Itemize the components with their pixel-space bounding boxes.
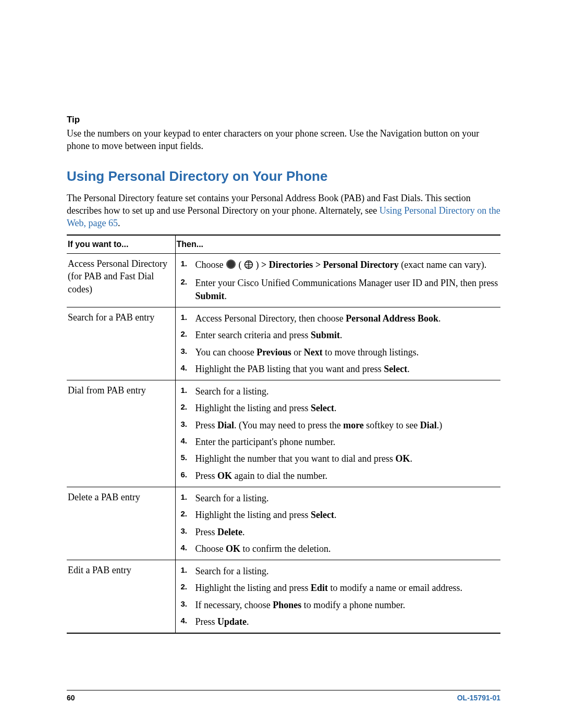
step-item: 6.Press OK again to dial the number.	[181, 468, 501, 483]
bold-text: Submit	[195, 291, 225, 301]
step-text: Press OK again to dial the number.	[195, 470, 501, 482]
step-text: Access Personal Directory, then choose P…	[195, 312, 501, 325]
step-text: Highlight the PAB listing that you want …	[195, 363, 501, 375]
bold-text: Select	[311, 403, 334, 413]
bold-text: OK	[226, 544, 240, 554]
step-number: 4.	[181, 436, 195, 448]
steps-list: 1.Search for a listing.2.Highlight the l…	[181, 491, 501, 556]
step-number: 2.	[181, 582, 195, 594]
bold-text: Delete	[217, 527, 242, 537]
row-left-cell: Delete a PAB entry	[67, 487, 175, 560]
bold-text: OK	[395, 453, 410, 464]
page-number: 60	[67, 694, 75, 702]
step-number: 2.	[181, 509, 195, 521]
applications-button-icon	[244, 260, 253, 273]
bold-text: Dial	[420, 420, 437, 430]
tip-heading: Tip	[67, 115, 500, 125]
step-item: 5.Highlight the number that you want to …	[181, 451, 501, 466]
bold-text: Submit	[311, 330, 340, 340]
step-number: 2.	[181, 277, 195, 302]
tip-body: Use the numbers on your keypad to enter …	[67, 127, 500, 153]
step-text: Press Update.	[195, 615, 501, 628]
step-text: Enter the participant's phone number.	[195, 436, 501, 448]
step-item: 3.Press Delete.	[181, 525, 501, 539]
step-item: 1.Choose ( ) > Directories > Personal Di…	[181, 257, 501, 274]
procedure-table: If you want to... Then... Access Persona…	[67, 235, 500, 634]
step-number: 3.	[181, 346, 195, 359]
step-item: 1.Search for a listing.	[181, 564, 501, 578]
bold-text: Personal Address Book	[346, 313, 438, 324]
step-number: 2.	[181, 402, 195, 414]
step-text: Enter your Cisco Unified Communications …	[195, 277, 501, 302]
row-right-cell: 1.Choose ( ) > Directories > Personal Di…	[175, 254, 500, 307]
table-row: Edit a PAB entry1.Search for a listing.2…	[67, 560, 500, 634]
tip-section: Tip Use the numbers on your keypad to en…	[67, 115, 500, 153]
step-item: 4.Enter the participant's phone number.	[181, 435, 501, 449]
row-right-cell: 1.Search for a listing.2.Highlight the l…	[175, 380, 500, 487]
steps-list: 1.Access Personal Directory, then choose…	[181, 311, 501, 376]
step-text: Choose OK to confirm the deletion.	[195, 542, 501, 555]
applications-key-icon	[226, 259, 236, 273]
step-number: 4.	[181, 542, 195, 555]
row-right-cell: 1.Access Personal Directory, then choose…	[175, 307, 500, 380]
bold-text: Select	[384, 364, 407, 374]
table-header-right: Then...	[175, 235, 500, 253]
steps-list: 1.Choose ( ) > Directories > Personal Di…	[181, 257, 501, 303]
section-intro: The Personal Directory feature set conta…	[67, 192, 500, 230]
step-number: 6.	[181, 470, 195, 482]
step-item: 1.Search for a listing.	[181, 384, 501, 399]
steps-list: 1.Search for a listing.2.Highlight the l…	[181, 564, 501, 629]
bold-text: OK	[217, 471, 232, 481]
bold-text: Phones	[273, 600, 301, 610]
step-number: 4.	[181, 363, 195, 375]
step-number: 1.	[181, 312, 195, 325]
step-text: Search for a listing.	[195, 385, 501, 398]
row-right-cell: 1.Search for a listing.2.Highlight the l…	[175, 560, 500, 634]
table-header-left: If you want to...	[67, 235, 175, 253]
bold-text: more	[343, 420, 364, 430]
step-text: Choose ( ) > Directories > Personal Dire…	[195, 258, 501, 273]
bold-text: Edit	[311, 583, 328, 593]
row-right-cell: 1.Search for a listing.2.Highlight the l…	[175, 487, 500, 560]
step-number: 5.	[181, 452, 195, 465]
step-item: 3.You can choose Previous or Next to mov…	[181, 345, 501, 360]
step-text: Search for a listing.	[195, 565, 501, 577]
step-number: 1.	[181, 385, 195, 398]
table-row: Delete a PAB entry1.Search for a listing…	[67, 487, 500, 560]
step-item: 2.Enter search criteria and press Submit…	[181, 328, 501, 342]
page-footer: 60 OL-15791-01	[67, 690, 500, 702]
step-text: Highlight the listing and press Select.	[195, 509, 501, 521]
step-text: Highlight the listing and press Select.	[195, 402, 501, 414]
step-item: 1.Access Personal Directory, then choose…	[181, 311, 501, 326]
step-number: 3.	[181, 526, 195, 538]
row-left-cell: Search for a PAB entry	[67, 307, 175, 380]
table-row: Search for a PAB entry1.Access Personal …	[67, 307, 500, 380]
bold-text: > Directories > Personal Directory	[261, 260, 399, 270]
step-number: 1.	[181, 565, 195, 577]
bold-text: Dial	[217, 420, 234, 430]
step-text: Highlight the number that you want to di…	[195, 452, 501, 465]
doc-id: OL-15791-01	[457, 694, 500, 702]
step-item: 4.Highlight the PAB listing that you wan…	[181, 362, 501, 376]
step-number: 2.	[181, 329, 195, 341]
step-item: 3.If necessary, choose Phones to modify …	[181, 598, 501, 612]
step-number: 3.	[181, 419, 195, 431]
step-item: 2.Highlight the listing and press Select…	[181, 508, 501, 522]
svg-point-2	[227, 261, 235, 268]
step-number: 1.	[181, 492, 195, 504]
step-item: 1.Search for a listing.	[181, 491, 501, 505]
step-text: Highlight the listing and press Edit to …	[195, 582, 501, 594]
steps-list: 1.Search for a listing.2.Highlight the l…	[181, 384, 501, 483]
step-text: Search for a listing.	[195, 492, 501, 504]
section-heading: Using Personal Directory on Your Phone	[67, 168, 500, 184]
bold-text: Update	[217, 616, 247, 627]
step-item: 4.Press Update.	[181, 614, 501, 629]
step-item: 2.Highlight the listing and press Edit t…	[181, 581, 501, 595]
step-item: 2.Highlight the listing and press Select…	[181, 401, 501, 415]
bold-text: Previous	[256, 347, 291, 357]
row-left-cell: Access Personal Directory (for PAB and F…	[67, 254, 175, 307]
step-text: You can choose Previous or Next to move …	[195, 346, 501, 359]
bold-text: Next	[304, 347, 323, 357]
step-item: 3.Press Dial. (You may need to press the…	[181, 418, 501, 433]
row-left-cell: Dial from PAB entry	[67, 380, 175, 487]
